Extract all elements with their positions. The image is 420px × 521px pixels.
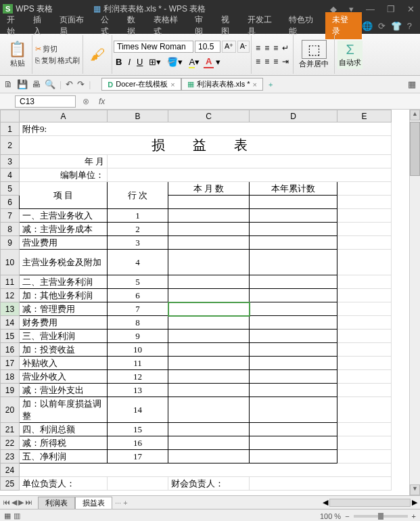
- cell-year[interactable]: [250, 302, 337, 316]
- cell-item[interactable]: 一、主营业务收入: [20, 209, 108, 223]
- cell-month[interactable]: [168, 250, 250, 275]
- align-mid-button[interactable]: ≡: [263, 43, 271, 53]
- header-line[interactable]: 行 次: [108, 182, 168, 209]
- cell-line[interactable]: 6: [108, 289, 168, 302]
- cut-button[interactable]: ✂剪切: [35, 44, 80, 54]
- row-header[interactable]: 23: [1, 450, 20, 463]
- font-increase-button[interactable]: A+: [222, 41, 236, 53]
- hscroll-right-icon[interactable]: ▶: [412, 498, 417, 507]
- vertical-scrollbar[interactable]: ▲ ▼: [409, 110, 420, 495]
- cell-year[interactable]: [250, 223, 337, 236]
- cell-year[interactable]: [250, 357, 337, 370]
- cell-item[interactable]: 财务费用: [20, 316, 108, 330]
- cell[interactable]: 年 月: [20, 155, 108, 168]
- row-header[interactable]: 19: [1, 384, 20, 397]
- cell-year[interactable]: [250, 275, 337, 289]
- minimize-button[interactable]: —: [363, 4, 377, 14]
- font-size-select[interactable]: 10.5: [195, 41, 220, 53]
- col-header-a[interactable]: A: [20, 110, 108, 122]
- cell-line[interactable]: 13: [108, 384, 168, 397]
- view-page-icon[interactable]: ▥: [14, 512, 20, 520]
- cell-month[interactable]: [168, 289, 250, 302]
- cell-item[interactable]: 四、利润总额: [20, 423, 108, 436]
- cell-line[interactable]: 7: [108, 302, 168, 316]
- cell-year[interactable]: [250, 343, 337, 357]
- header-item[interactable]: 项 目: [20, 182, 108, 209]
- cell[interactable]: 编制单位：: [20, 168, 108, 182]
- scroll-up-icon[interactable]: ▲: [410, 110, 420, 120]
- row-header[interactable]: 18: [1, 370, 20, 384]
- col-header-c[interactable]: C: [168, 110, 250, 122]
- cell-month[interactable]: [168, 330, 250, 343]
- cell-month[interactable]: [168, 343, 250, 357]
- cell-month[interactable]: [168, 357, 250, 370]
- sheet-tab-1[interactable]: 利润表: [38, 497, 75, 509]
- row-header[interactable]: 11: [1, 275, 20, 289]
- redo-icon[interactable]: ↷: [77, 79, 85, 89]
- cell-month[interactable]: [168, 397, 250, 423]
- prev-sheet-icon[interactable]: ◀: [11, 498, 17, 507]
- globe-icon[interactable]: 🌐: [362, 21, 373, 31]
- paste-button[interactable]: 📋 粘贴: [5, 39, 29, 70]
- highlight-button[interactable]: A▾: [187, 56, 202, 68]
- cell-line[interactable]: 3: [108, 236, 168, 250]
- close-docer-tab[interactable]: ×: [170, 81, 174, 89]
- row-header[interactable]: 1: [1, 122, 20, 136]
- close-button[interactable]: ✕: [404, 4, 417, 14]
- cell-month[interactable]: [168, 236, 250, 250]
- cell-line[interactable]: 11: [108, 357, 168, 370]
- align-bot-button[interactable]: ≡: [272, 43, 279, 53]
- cell-year[interactable]: [250, 370, 337, 384]
- cell-line[interactable]: 2: [108, 223, 168, 236]
- cell-item[interactable]: 加：其他业务利润: [20, 289, 108, 302]
- cell-line[interactable]: 5: [108, 275, 168, 289]
- italic-button[interactable]: I: [126, 56, 133, 68]
- cell-year[interactable]: [250, 397, 337, 423]
- add-tab[interactable]: +: [263, 80, 278, 89]
- font-color-button[interactable]: A: [204, 55, 214, 68]
- cell-year[interactable]: [250, 423, 337, 436]
- cell-item[interactable]: 减：营业外支出: [20, 384, 108, 397]
- spreadsheet-grid[interactable]: A B C D E 1附件9: 2损 益 表 3年 月 4编制单位： 5 项 目…: [0, 110, 409, 495]
- col-header-d[interactable]: D: [250, 110, 337, 122]
- row-header[interactable]: 22: [1, 436, 20, 450]
- docer-tab[interactable]: D Docer-在线模板 ×: [101, 78, 181, 91]
- preview-icon[interactable]: 🔍: [45, 79, 55, 89]
- copy-button[interactable]: ⎘复制 格式刷: [35, 55, 80, 66]
- zoom-slider[interactable]: [354, 515, 408, 518]
- col-header-e[interactable]: E: [337, 110, 392, 122]
- help-icon[interactable]: ?: [407, 21, 412, 31]
- cell-month[interactable]: [168, 316, 250, 330]
- font-name-select[interactable]: Times New Roman: [114, 41, 193, 53]
- fx-icon[interactable]: fx: [99, 97, 105, 106]
- scroll-thumb[interactable]: [410, 122, 420, 176]
- align-left-button[interactable]: ≡: [254, 56, 262, 67]
- row-header[interactable]: 16: [1, 343, 20, 357]
- save-icon[interactable]: 💾: [17, 79, 28, 89]
- autosum-button[interactable]: Σ 自动求: [337, 41, 363, 69]
- cell-line[interactable]: 9: [108, 330, 168, 343]
- header-month[interactable]: 本 月 数: [168, 182, 250, 196]
- row-header[interactable]: 8: [1, 223, 20, 236]
- refresh-icon[interactable]: ⟳: [378, 21, 386, 31]
- bold-button[interactable]: B: [114, 56, 124, 68]
- view-normal-icon[interactable]: ▦: [4, 512, 11, 520]
- cell-item[interactable]: 主营业务税金及附加: [20, 250, 108, 275]
- cell-year[interactable]: [250, 209, 337, 223]
- file-tab[interactable]: ▦ 利润表表格.xls * ×: [181, 78, 263, 91]
- cell-item[interactable]: 加：投资收益: [20, 343, 108, 357]
- cell-month[interactable]: [168, 436, 250, 450]
- row-header[interactable]: 20: [1, 397, 20, 423]
- cell-item[interactable]: 减：主营业务成本: [20, 223, 108, 236]
- cell-item[interactable]: 减：所得税: [20, 436, 108, 450]
- shirt-icon[interactable]: 👕: [391, 21, 402, 31]
- cell-line[interactable]: 14: [108, 397, 168, 423]
- border-button[interactable]: ⊞▾: [147, 56, 163, 68]
- print-icon[interactable]: 🖶: [32, 79, 41, 89]
- cell-line[interactable]: 15: [108, 423, 168, 436]
- restore-button[interactable]: ❐: [384, 4, 398, 14]
- row-header[interactable]: 7: [1, 209, 20, 223]
- cell-month[interactable]: [168, 370, 250, 384]
- first-sheet-icon[interactable]: ⏮: [3, 498, 10, 507]
- row-header[interactable]: 14: [1, 316, 20, 330]
